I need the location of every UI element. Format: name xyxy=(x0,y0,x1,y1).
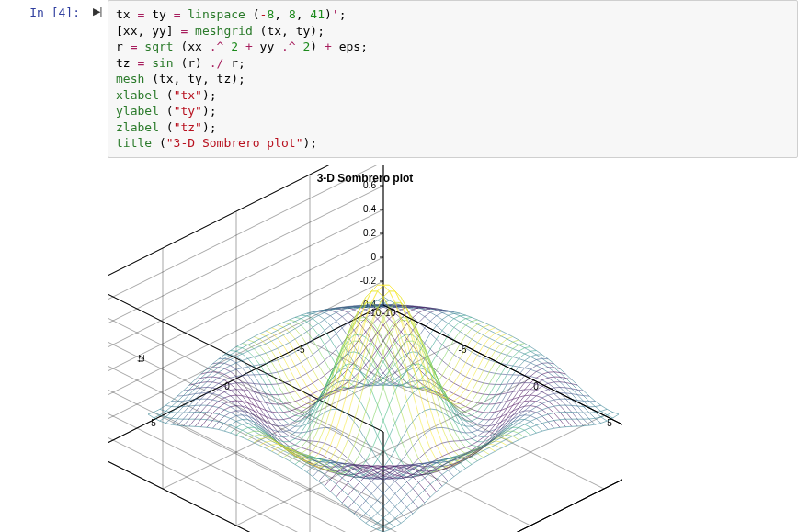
svg-line-29 xyxy=(310,415,604,532)
code-input[interactable]: tx = ty = linspace (-8, 8, 41)';[xx, yy]… xyxy=(108,0,798,158)
svg-line-5 xyxy=(108,257,383,404)
svg-line-1 xyxy=(108,305,383,452)
svg-line-72 xyxy=(383,452,622,532)
svg-line-39 xyxy=(108,305,383,452)
svg-text:-0.2: -0.2 xyxy=(360,276,377,286)
svg-line-38 xyxy=(108,452,383,532)
svg-line-11 xyxy=(108,186,383,333)
run-cell-icon[interactable]: ▶| xyxy=(87,0,108,17)
svg-line-13 xyxy=(108,165,383,309)
svg-line-30 xyxy=(383,452,622,532)
svg-text:5: 5 xyxy=(151,418,156,428)
svg-line-35 xyxy=(108,452,383,532)
svg-text:0.2: 0.2 xyxy=(363,228,376,238)
notebook-cell: In [4]: ▶| tx = ty = linspace (-8, 8, 41… xyxy=(0,0,798,158)
plot-title: 3-D Sombrero plot xyxy=(317,172,414,185)
svg-line-0 xyxy=(108,452,383,532)
z-axis-label: tz xyxy=(135,354,146,362)
sombrero-plot: -0.4-0.200.20.40.60.81-10-50510-10-50510… xyxy=(108,165,622,532)
svg-line-9 xyxy=(108,209,383,357)
input-prompt: In [4]: xyxy=(0,0,87,19)
svg-line-26 xyxy=(108,305,383,452)
svg-text:0.8: 0.8 xyxy=(363,165,376,166)
svg-text:0.4: 0.4 xyxy=(363,204,376,214)
svg-line-37 xyxy=(383,452,622,532)
svg-line-2 xyxy=(108,428,383,532)
svg-text:0: 0 xyxy=(370,252,376,262)
svg-line-3 xyxy=(108,281,383,428)
svg-line-10 xyxy=(108,333,383,480)
cell-output: -0.4-0.200.20.40.60.81-10-50510-10-50510… xyxy=(108,158,798,532)
